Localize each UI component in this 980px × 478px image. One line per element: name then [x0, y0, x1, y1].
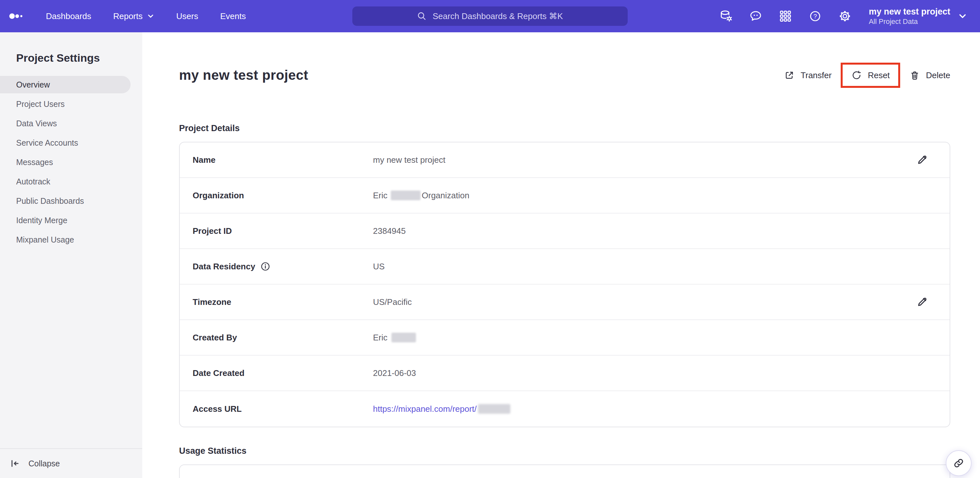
- nav-item-label: Reports: [113, 11, 143, 21]
- mixpanel-logo-icon[interactable]: [9, 12, 25, 20]
- project-scope: All Project Data: [869, 17, 950, 26]
- value-text: my new test project: [373, 155, 445, 165]
- label-text: Project ID: [192, 226, 232, 236]
- sidebar-item-autotrack[interactable]: Autotrack: [0, 173, 130, 190]
- delete-label: Delete: [926, 70, 950, 80]
- row-value: 2021-06-03: [373, 368, 416, 378]
- sidebar-item-identity-merge[interactable]: Identity Merge: [0, 211, 130, 229]
- row-label: Date Created: [192, 368, 373, 378]
- redacted-blur: [478, 404, 511, 414]
- sidebar-item-label: Autotrack: [16, 177, 51, 186]
- sidebar-item-public-dashboards[interactable]: Public Dashboards: [0, 192, 130, 210]
- nav-item-label: Events: [220, 11, 246, 21]
- row-value: Eric: [373, 333, 416, 343]
- help-icon[interactable]: ?: [808, 9, 822, 23]
- nav-item-dashboards[interactable]: Dashboards: [46, 11, 91, 21]
- value-text: Organization: [422, 191, 469, 200]
- row-label: Data Residency: [192, 262, 373, 272]
- label-text: Date Created: [192, 368, 244, 378]
- transfer-button[interactable]: Transfer: [784, 70, 832, 81]
- value-text: US: [373, 262, 385, 272]
- page-title: my new test project: [179, 68, 309, 83]
- label-text: Name: [192, 155, 216, 165]
- reset-label: Reset: [868, 70, 890, 80]
- primary-nav: Dashboards Reports Users Events: [46, 11, 246, 21]
- project-selector-text: my new test project All Project Data: [869, 6, 950, 26]
- project-details-card: Name my new test project Organization Er…: [179, 142, 950, 427]
- row-timezone: Timezone US/Pacific: [180, 284, 950, 320]
- sidebar-item-mixpanel-usage[interactable]: Mixpanel Usage: [0, 231, 130, 248]
- settings-gear-icon[interactable]: [838, 9, 852, 23]
- search-input[interactable]: Search Dashboards & Reports ⌘K: [352, 6, 628, 26]
- row-label: Project ID: [192, 226, 373, 236]
- collapse-icon: [10, 458, 20, 468]
- info-icon[interactable]: [261, 262, 270, 271]
- sidebar-item-label: Mixpanel Usage: [16, 235, 74, 245]
- main-content: my new test project Transfer: [142, 32, 980, 478]
- edit-pencil-icon[interactable]: [916, 295, 929, 308]
- value-text: 2021-06-03: [373, 368, 416, 378]
- sidebar-item-label: Public Dashboards: [16, 196, 84, 206]
- access-url-link[interactable]: https://mixpanel.com/report/: [373, 404, 477, 414]
- search-icon: [417, 11, 426, 21]
- sidebar-nav: Overview Project Users Data Views Servic…: [0, 76, 142, 248]
- apps-grid-icon[interactable]: [778, 9, 792, 23]
- value-text: US/Pacific: [373, 297, 412, 307]
- label-text: Organization: [192, 191, 244, 200]
- transfer-label: Transfer: [800, 70, 832, 80]
- row-value: https://mixpanel.com/report/: [373, 404, 511, 414]
- transfer-icon: [784, 70, 795, 81]
- row-data-residency: Data Residency US: [180, 249, 950, 284]
- sidebar-item-label: Overview: [16, 80, 50, 89]
- details-heading: Project Details: [179, 123, 950, 133]
- row-value: 2384945: [373, 226, 406, 236]
- nav-item-reports[interactable]: Reports: [113, 11, 154, 21]
- nav-item-events[interactable]: Events: [220, 11, 246, 21]
- edit-pencil-icon[interactable]: [916, 153, 929, 166]
- label-text: Data Residency: [192, 262, 255, 272]
- data-management-icon[interactable]: [719, 9, 733, 23]
- sidebar-item-overview[interactable]: Overview: [0, 76, 130, 93]
- nav-item-users[interactable]: Users: [176, 11, 198, 21]
- sidebar-item-label: Project Users: [16, 100, 65, 109]
- sidebar-item-messages[interactable]: Messages: [0, 153, 130, 171]
- sidebar-item-project-users[interactable]: Project Users: [0, 95, 130, 113]
- row-label: Timezone: [192, 297, 373, 307]
- sidebar-title: Project Settings: [16, 52, 142, 64]
- reset-button[interactable]: Reset: [851, 70, 890, 81]
- project-selector[interactable]: my new test project All Project Data: [869, 6, 967, 26]
- title-row: my new test project Transfer: [179, 63, 950, 88]
- copy-link-button[interactable]: [946, 450, 972, 476]
- row-label: Name: [192, 155, 373, 165]
- sidebar-item-data-views[interactable]: Data Views: [0, 115, 130, 132]
- sidebar-item-label: Identity Merge: [16, 216, 67, 225]
- collapse-sidebar-button[interactable]: Collapse: [0, 448, 142, 478]
- value-text: Eric: [373, 191, 388, 200]
- label-text: Access URL: [192, 404, 242, 414]
- redacted-blur: [391, 333, 416, 342]
- collapse-label: Collapse: [29, 459, 60, 468]
- project-actions: Transfer Reset: [784, 63, 950, 88]
- row-label: Access URL: [192, 404, 373, 414]
- label-text: Timezone: [192, 297, 231, 307]
- row-access-url: Access URL https://mixpanel.com/report/: [180, 391, 950, 427]
- row-value: US: [373, 262, 385, 272]
- top-navbar: Dashboards Reports Users Events Search D…: [0, 0, 980, 32]
- row-organization: Organization Eric Organization: [180, 178, 950, 213]
- chevron-down-icon: [958, 12, 967, 21]
- label-text: Created By: [192, 333, 237, 343]
- reset-button-highlight: Reset: [841, 63, 900, 88]
- sidebar-item-label: Messages: [16, 157, 53, 167]
- reset-refresh-icon: [851, 70, 862, 81]
- project-name: my new test project: [869, 6, 950, 17]
- messages-icon[interactable]: [749, 9, 763, 23]
- nav-item-label: Users: [176, 11, 198, 21]
- trash-icon: [909, 70, 920, 81]
- sidebar-item-label: Service Accounts: [16, 138, 78, 148]
- value-text: Eric: [373, 333, 388, 343]
- value-text: 2384945: [373, 226, 406, 236]
- link-chain-icon: [953, 457, 964, 469]
- delete-button[interactable]: Delete: [909, 70, 950, 81]
- sidebar-item-service-accounts[interactable]: Service Accounts: [0, 134, 130, 151]
- chevron-down-icon: [147, 13, 154, 20]
